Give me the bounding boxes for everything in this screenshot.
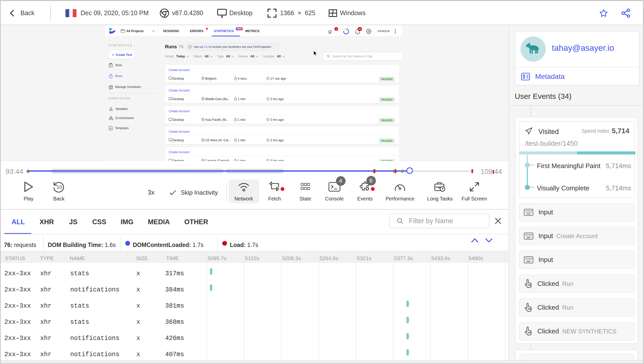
svg-text:10: 10 xyxy=(57,184,62,190)
